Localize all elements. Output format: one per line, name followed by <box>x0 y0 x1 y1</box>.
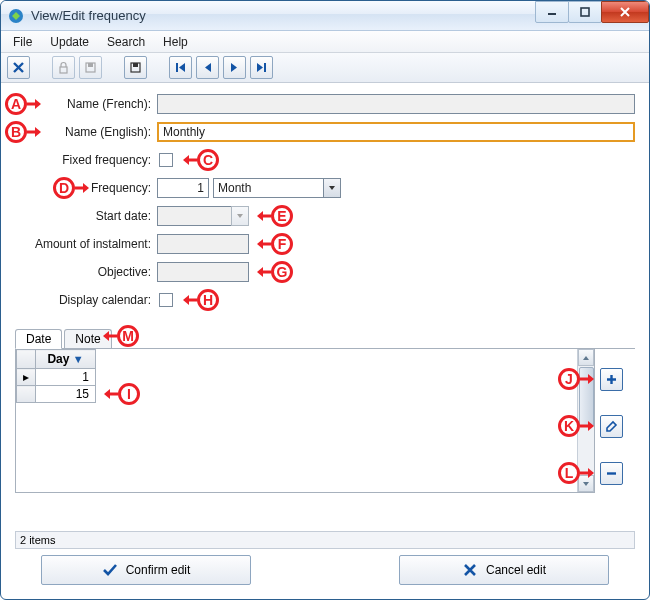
window-title: View/Edit frequency <box>31 8 146 23</box>
amount-instalment-field[interactable] <box>157 234 249 254</box>
toolbar-close-icon[interactable] <box>7 56 30 79</box>
chevron-down-icon[interactable] <box>323 178 341 198</box>
day-grid[interactable]: Day ▼ ▸ 1 15 <box>16 349 96 492</box>
maximize-button[interactable] <box>568 1 602 23</box>
add-row-button[interactable] <box>600 368 623 391</box>
objective-field[interactable] <box>157 262 249 282</box>
menu-search[interactable]: Search <box>99 33 153 51</box>
fixed-frequency-checkbox[interactable] <box>159 153 173 167</box>
check-icon <box>102 562 118 578</box>
tabs: Date Note M Day ▼ <box>15 327 635 493</box>
window-frame: View/Edit frequency File Update Search H… <box>0 0 650 600</box>
sort-arrow-icon: ▼ <box>73 353 84 365</box>
svg-rect-5 <box>88 63 93 67</box>
label-display-calendar: Display calendar: <box>15 293 157 307</box>
callout-e: E <box>271 205 293 227</box>
status-text: 2 items <box>20 534 55 546</box>
scroll-up-icon[interactable] <box>578 349 594 366</box>
svg-rect-3 <box>60 67 67 73</box>
svg-rect-1 <box>548 13 556 15</box>
content-panel: Name (French): A Name (English): B Fixed… <box>1 83 649 529</box>
callout-m: M <box>117 325 139 347</box>
start-date-field[interactable] <box>157 206 231 226</box>
titlebar: View/Edit frequency <box>1 1 649 31</box>
vertical-scrollbar[interactable] <box>577 349 594 492</box>
confirm-edit-button[interactable]: Confirm edit <box>41 555 251 585</box>
delete-row-button[interactable] <box>600 462 623 485</box>
label-name-french: Name (French): <box>15 97 157 111</box>
cell-day[interactable]: 15 <box>36 386 96 403</box>
edit-row-button[interactable] <box>600 415 623 438</box>
callout-c: C <box>197 149 219 171</box>
frequency-unit-combo[interactable] <box>213 178 323 198</box>
cancel-edit-label: Cancel edit <box>486 563 546 577</box>
callout-h: H <box>197 289 219 311</box>
nav-last-icon[interactable] <box>250 56 273 79</box>
menu-file[interactable]: File <box>5 33 40 51</box>
label-objective: Objective: <box>15 265 157 279</box>
svg-rect-9 <box>264 63 266 72</box>
close-button[interactable] <box>601 1 649 23</box>
nav-first-icon[interactable] <box>169 56 192 79</box>
frequency-number-field[interactable] <box>157 178 209 198</box>
app-icon <box>7 7 25 25</box>
scroll-thumb[interactable] <box>579 367 594 427</box>
label-fixed-frequency: Fixed frequency: <box>15 153 157 167</box>
menu-help[interactable]: Help <box>155 33 196 51</box>
table-row: ▸ 1 <box>17 369 96 386</box>
nav-next-icon[interactable] <box>223 56 246 79</box>
label-amount-instalment: Amount of instalment: <box>15 237 157 251</box>
menu-update[interactable]: Update <box>42 33 97 51</box>
row-indicator-icon: ▸ <box>17 369 36 386</box>
x-icon <box>462 562 478 578</box>
svg-rect-7 <box>133 63 138 67</box>
label-frequency: Frequency: <box>15 181 157 195</box>
toolbar-lock-icon[interactable] <box>52 56 75 79</box>
col-header-day[interactable]: Day <box>47 352 69 366</box>
minimize-button[interactable] <box>535 1 569 23</box>
table-row: 15 <box>17 386 96 403</box>
label-start-date: Start date: <box>15 209 157 223</box>
svg-rect-8 <box>176 63 178 72</box>
cancel-edit-button[interactable]: Cancel edit <box>399 555 609 585</box>
callout-i: I <box>118 383 140 405</box>
tab-note[interactable]: Note <box>64 329 111 348</box>
toolbar-save-icon[interactable] <box>79 56 102 79</box>
calendar-dropdown-icon[interactable] <box>231 206 249 226</box>
callout-f: F <box>271 233 293 255</box>
grid-area: Day ▼ ▸ 1 15 <box>15 349 595 493</box>
tab-date[interactable]: Date <box>15 329 62 349</box>
statusbar: 2 items <box>15 531 635 549</box>
toolbar-saveas-icon[interactable] <box>124 56 147 79</box>
toolbar <box>1 53 649 83</box>
confirm-edit-label: Confirm edit <box>126 563 191 577</box>
callout-g: G <box>271 261 293 283</box>
cell-day[interactable]: 1 <box>36 369 96 386</box>
nav-prev-icon[interactable] <box>196 56 219 79</box>
label-name-english: Name (English): <box>15 125 157 139</box>
svg-rect-2 <box>581 8 589 16</box>
name-french-field[interactable] <box>157 94 635 114</box>
display-calendar-checkbox[interactable] <box>159 293 173 307</box>
menubar: File Update Search Help <box>1 31 649 53</box>
name-english-field[interactable] <box>157 122 635 142</box>
scroll-down-icon[interactable] <box>578 475 594 492</box>
